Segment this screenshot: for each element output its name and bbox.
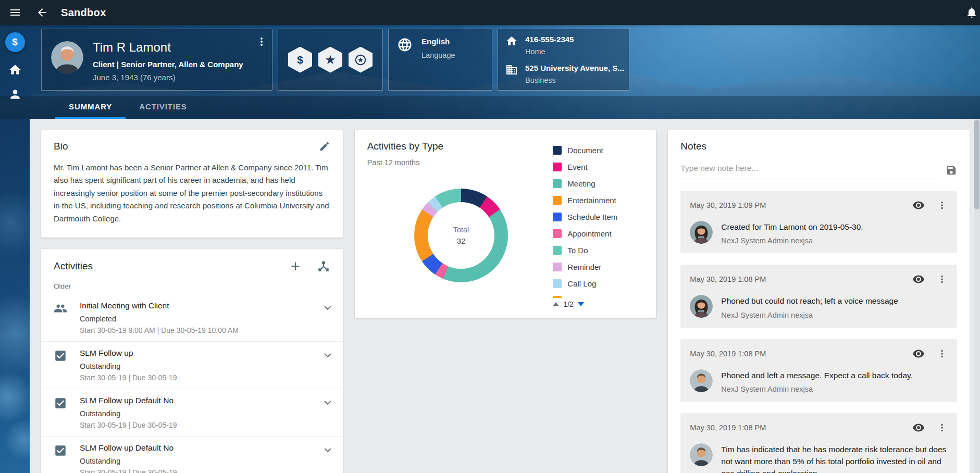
note-item: May 30, 2019 1:08 PM Tim has indicated t… xyxy=(680,413,957,473)
note-item: May 30, 2019 1:08 PM Phoned but could no… xyxy=(680,265,957,327)
chevron-down-icon[interactable] xyxy=(321,301,334,334)
back-arrow-icon[interactable] xyxy=(36,6,48,19)
profile-kebab-icon[interactable] xyxy=(255,35,268,48)
people-icon xyxy=(54,302,67,334)
activity-status: Outstanding xyxy=(80,457,317,465)
nav-contacts-icon[interactable] xyxy=(8,88,22,101)
note-text: Tim has indicated that he has moderate r… xyxy=(721,443,948,473)
legend-swatch xyxy=(553,213,562,221)
language-card[interactable]: English Language xyxy=(388,29,492,91)
chevron-down-icon[interactable] xyxy=(321,396,334,429)
legend-item[interactable]: Entertainment xyxy=(553,192,644,208)
legend-swatch xyxy=(553,163,562,171)
chevron-down-icon[interactable] xyxy=(321,443,334,473)
activity-item[interactable]: SLM Follow up Default No Outstanding Sta… xyxy=(41,436,343,473)
legend-swatch xyxy=(553,229,562,238)
avatar xyxy=(690,443,713,466)
activities-by-type-card: Activities by Type Past 12 months Total … xyxy=(355,130,656,318)
address-label: Business xyxy=(525,76,624,84)
legend-item[interactable]: To Do xyxy=(553,242,644,258)
phone-row[interactable]: 416-555-2345 Home xyxy=(505,35,622,56)
legend-item[interactable]: Appointment xyxy=(553,225,644,242)
main-content: Bio Mr. Tim Lamont has been a Senior Par… xyxy=(30,119,980,473)
note-kebab-icon[interactable] xyxy=(936,273,948,285)
eye-icon[interactable] xyxy=(912,421,925,434)
add-activity-icon[interactable] xyxy=(289,259,302,273)
edit-pencil-icon[interactable] xyxy=(319,141,330,152)
address-value: 525 University Avenue, S... xyxy=(525,64,624,72)
vertical-scrollbar[interactable] xyxy=(974,119,980,473)
legend-item[interactable]: Call Log xyxy=(553,275,644,292)
legend-item[interactable] xyxy=(553,292,644,298)
legend-item[interactable]: Schedule Item xyxy=(553,208,644,225)
activity-item[interactable]: SLM Follow up Default No Outstanding Sta… xyxy=(41,389,343,436)
address-row[interactable]: 525 University Avenue, S... Business xyxy=(505,64,622,84)
new-note-input[interactable] xyxy=(680,159,938,179)
note-date: May 30, 2019 1:08 PM xyxy=(690,275,766,283)
activity-title: SLM Follow up Default No xyxy=(80,443,317,453)
tab-summary[interactable]: SUMMARY xyxy=(55,96,126,119)
seal-star-badge-icon[interactable] xyxy=(349,47,373,73)
menu-icon[interactable] xyxy=(0,6,30,19)
dollar-badge-icon[interactable]: $ xyxy=(288,47,312,73)
activity-title: Initial Meeting with Client xyxy=(80,301,317,310)
task-icon xyxy=(54,444,67,473)
nav-home-icon[interactable] xyxy=(8,63,22,77)
badges-card: $ ★ xyxy=(278,29,383,91)
donut-chart[interactable]: Total 32 xyxy=(414,189,508,282)
note-author: NexJ System Admin nexjsa xyxy=(721,385,913,393)
note-item: May 30, 2019 1:09 PM Created for Tim Lam… xyxy=(680,191,957,253)
scrollbar-thumb[interactable] xyxy=(974,120,979,209)
hierarchy-icon[interactable] xyxy=(317,259,330,273)
activity-title: SLM Follow up xyxy=(80,348,317,358)
legend-item[interactable]: Event xyxy=(553,158,644,175)
note-kebab-icon[interactable] xyxy=(936,422,948,433)
page-indicator: 1/2 xyxy=(563,300,573,308)
eye-icon[interactable] xyxy=(912,199,925,211)
column-right: Notes May 30, 2019 1:09 PM xyxy=(668,130,970,473)
note-kebab-icon[interactable] xyxy=(936,200,948,211)
phone-number: 416-555-2345 xyxy=(525,35,574,44)
activity-dates: Start 30-05-19 | Due 30-05-19 xyxy=(80,374,317,382)
activity-status: Outstanding xyxy=(80,409,317,418)
legend-swatch xyxy=(553,296,562,298)
eye-icon[interactable] xyxy=(912,347,925,360)
home-icon xyxy=(505,35,518,47)
legend-swatch xyxy=(553,279,562,288)
note-author: NexJ System Admin nexjsa xyxy=(721,236,863,245)
bio-card: Bio Mr. Tim Lamont has been a Senior Par… xyxy=(41,130,343,238)
activity-title: SLM Follow up Default No xyxy=(80,396,317,405)
activities-card: Activities Older Initial Meeting with Cl… xyxy=(41,249,343,473)
left-nav-rail: $ xyxy=(0,25,30,473)
activity-item[interactable]: Initial Meeting with Client Completed St… xyxy=(41,294,343,341)
legend-swatch xyxy=(553,246,562,255)
note-text: Phoned but could not reach; left a voice… xyxy=(721,295,898,307)
note-kebab-icon[interactable] xyxy=(936,348,948,359)
contact-subtitle: Client | Senior Partner, Allen & Company xyxy=(93,60,243,69)
legend-item[interactable]: Reminder xyxy=(553,258,644,275)
finance-fab-icon[interactable]: $ xyxy=(5,32,25,52)
contact-name: Tim R Lamont xyxy=(93,40,243,55)
note-date: May 30, 2019 1:09 PM xyxy=(690,201,766,209)
avatar xyxy=(51,41,83,73)
chevron-down-icon[interactable] xyxy=(321,348,334,382)
page-down-icon[interactable] xyxy=(578,302,584,306)
activities-group-label: Older xyxy=(41,273,343,294)
save-note-icon[interactable] xyxy=(946,165,957,179)
page-up-icon[interactable] xyxy=(553,302,559,306)
language-value: English xyxy=(421,37,455,46)
legend-label: Event xyxy=(567,163,587,171)
tab-activities[interactable]: ACTIVITIES xyxy=(126,96,201,119)
legend-swatch xyxy=(553,179,562,188)
eye-icon[interactable] xyxy=(912,273,925,285)
legend-item[interactable]: Document xyxy=(553,142,644,158)
column-middle: Activities by Type Past 12 months Total … xyxy=(355,130,656,473)
task-icon xyxy=(54,396,67,429)
notes-title: Notes xyxy=(680,141,957,152)
activity-item[interactable]: SLM Follow up Outstanding Start 30-05-19… xyxy=(41,341,343,389)
avatar xyxy=(690,295,713,318)
legend-item[interactable]: Meeting xyxy=(553,175,644,192)
notifications-bell-icon[interactable] xyxy=(965,6,978,19)
legend-swatch xyxy=(553,146,562,155)
star-badge-icon[interactable]: ★ xyxy=(318,47,342,73)
